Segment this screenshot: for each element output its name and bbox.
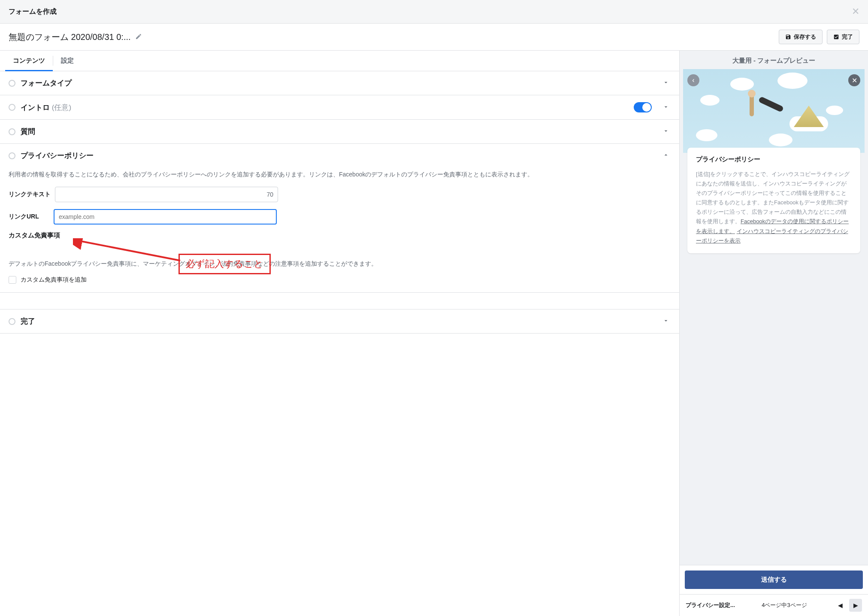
section-questions[interactable]: 質問 xyxy=(0,120,679,143)
chevron-down-icon xyxy=(661,127,671,136)
preview-card-body: [送信]をクリックすることで、インハウスコピーライティングにあなたの情報を送信し… xyxy=(696,170,852,246)
radio-icon xyxy=(9,104,15,111)
privacy-description: 利用者の情報を取得することになるため、会社のプライバシーポリシーへのリンクを追加… xyxy=(9,170,671,179)
chevron-down-icon xyxy=(661,103,671,112)
form-name: 無題のフォーム 2020/08/31 0:... xyxy=(9,31,131,43)
tab-settings[interactable]: 設定 xyxy=(53,51,82,71)
chevron-up-icon xyxy=(661,152,671,160)
preview-card: プライバシーポリシー [送信]をクリックすることで、インハウスコピーライティング… xyxy=(687,148,860,253)
finish-label: 完了 xyxy=(842,33,853,41)
page-prev-button[interactable]: ◀ xyxy=(834,599,847,612)
chevron-down-icon xyxy=(661,317,671,325)
save-label: 保存する xyxy=(794,33,816,41)
radio-icon xyxy=(9,128,15,135)
link-url-label: リンクURL xyxy=(9,213,49,221)
radio-icon xyxy=(9,80,15,87)
intro-toggle[interactable] xyxy=(634,102,652,112)
pager: プライバシー設定... 4ページ中3ページ ◀ ▶ xyxy=(680,594,868,616)
add-custom-checkbox[interactable] xyxy=(9,276,16,284)
annotation-label: 必ず記入すること xyxy=(178,254,271,274)
section-privacy[interactable]: プライバシーポリシー xyxy=(0,144,679,167)
svg-line-0 xyxy=(79,241,180,261)
privacy-settings-link[interactable]: プライバシー設定... xyxy=(686,601,735,609)
finish-button[interactable]: 完了 xyxy=(827,30,859,44)
modal-title: フォームを作成 xyxy=(9,7,57,16)
link-text-label: リンクテキスト xyxy=(9,191,51,198)
page-next-button[interactable]: ▶ xyxy=(849,599,862,612)
preview-card-title: プライバシーポリシー xyxy=(696,155,852,164)
radio-icon xyxy=(9,152,15,159)
save-icon xyxy=(785,34,791,40)
preview-image: ‹ ✕ xyxy=(683,69,865,153)
section-complete[interactable]: 完了 xyxy=(0,310,679,333)
link-url-input[interactable] xyxy=(54,209,277,225)
section-title: フォームタイプ xyxy=(21,78,656,88)
page-indicator: 4ページ中3ページ xyxy=(762,601,807,609)
chevron-down-icon xyxy=(661,79,671,87)
preview-close-icon[interactable]: ✕ xyxy=(848,74,860,86)
preview-header: 大量用 - フォームプレビュー xyxy=(680,51,868,69)
section-title: イントロ (任意) xyxy=(21,103,629,112)
radio-icon xyxy=(9,318,15,325)
tabs: コンテンツ 設定 xyxy=(0,51,679,71)
save-button[interactable]: 保存する xyxy=(779,30,823,44)
preview-prev-icon[interactable]: ‹ xyxy=(687,74,699,86)
link-text-input[interactable]: 70 xyxy=(55,187,278,202)
section-intro[interactable]: イントロ (任意) xyxy=(0,95,679,119)
section-title: 質問 xyxy=(21,127,656,137)
edit-icon[interactable] xyxy=(135,33,142,41)
section-title: プライバシーポリシー xyxy=(21,151,656,161)
submit-button[interactable]: 送信する xyxy=(685,570,863,589)
annotation-arrow xyxy=(73,238,184,264)
section-form-type[interactable]: フォームタイプ xyxy=(0,71,679,95)
tab-content[interactable]: コンテンツ xyxy=(5,51,53,71)
add-custom-label: カスタム免責事項を追加 xyxy=(21,276,87,284)
form-title-row: 無題のフォーム 2020/08/31 0:... 保存する 完了 xyxy=(0,24,868,51)
close-icon[interactable]: ✕ xyxy=(852,6,859,17)
modal-header: フォームを作成 ✕ xyxy=(0,0,868,24)
section-title: 完了 xyxy=(21,316,656,326)
finish-icon xyxy=(833,34,839,40)
